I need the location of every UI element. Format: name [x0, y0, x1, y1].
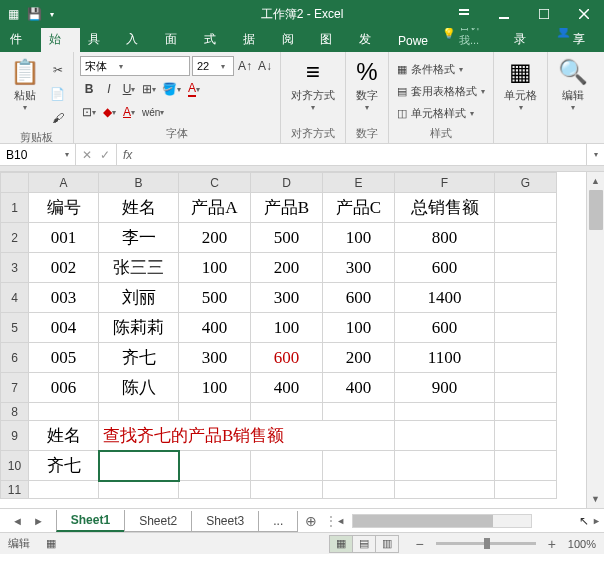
cell[interactable]: 1400 [395, 283, 495, 313]
cell[interactable]: 李一 [99, 223, 179, 253]
tab-powerquery[interactable]: Powe [390, 30, 436, 52]
cell[interactable]: 002 [29, 253, 99, 283]
cell[interactable]: 100 [179, 373, 251, 403]
cell[interactable]: 100 [251, 313, 323, 343]
cell[interactable]: 总销售额 [395, 193, 495, 223]
cell[interactable]: 600 [395, 313, 495, 343]
fx-icon[interactable]: fx [117, 144, 138, 165]
cell[interactable]: 产品C [323, 193, 395, 223]
row-header[interactable]: 2 [1, 223, 29, 253]
cell[interactable] [495, 313, 557, 343]
cell[interactable]: 齐七 [99, 343, 179, 373]
underline-icon[interactable]: U▾ [120, 79, 138, 99]
cell[interactable] [179, 451, 251, 481]
col-header[interactable]: A [29, 173, 99, 193]
cell[interactable]: 齐七 [29, 451, 99, 481]
cell[interactable]: 500 [251, 223, 323, 253]
cell[interactable]: 400 [323, 373, 395, 403]
tab-prev-icon[interactable]: ◄ [12, 515, 23, 527]
editing-button[interactable]: 🔍 编辑 ▾ [554, 56, 592, 114]
cell[interactable] [495, 253, 557, 283]
enter-icon[interactable]: ✓ [100, 148, 110, 162]
col-header[interactable]: C [179, 173, 251, 193]
cell[interactable] [251, 451, 323, 481]
col-header[interactable]: G [495, 173, 557, 193]
phonetic-icon[interactable]: wén▾ [140, 102, 166, 122]
decrease-font-icon[interactable]: A↓ [256, 56, 274, 76]
scroll-thumb[interactable] [353, 515, 493, 527]
cell[interactable] [251, 481, 323, 499]
cell[interactable] [323, 403, 395, 421]
cell[interactable]: 400 [179, 313, 251, 343]
scroll-right-icon[interactable]: ► [589, 516, 604, 526]
cell[interactable] [179, 481, 251, 499]
conditional-formatting-button[interactable]: ▦条件格式▾ [395, 60, 487, 78]
cell[interactable]: 600 [251, 343, 323, 373]
row-header[interactable]: 10 [1, 451, 29, 481]
font-color-2-icon[interactable]: A▾ [120, 102, 138, 122]
increase-font-icon[interactable]: A↑ [236, 56, 254, 76]
cell[interactable]: 姓名 [99, 193, 179, 223]
cell[interactable]: 300 [323, 253, 395, 283]
select-all-cell[interactable] [1, 173, 29, 193]
paste-button[interactable]: 📋 粘贴 ▾ [6, 56, 44, 114]
cell[interactable] [99, 403, 179, 421]
cell[interactable] [29, 403, 99, 421]
italic-icon[interactable]: I [100, 79, 118, 99]
number-button[interactable]: % 数字 ▾ [352, 56, 382, 114]
cell[interactable] [395, 421, 495, 451]
save-icon[interactable]: 💾 [27, 7, 42, 21]
cell[interactable]: 900 [395, 373, 495, 403]
cell[interactable]: 编号 [29, 193, 99, 223]
cell[interactable] [495, 403, 557, 421]
cell[interactable]: 张三三 [99, 253, 179, 283]
page-break-view-icon[interactable]: ▥ [375, 535, 399, 553]
cell-styles-button[interactable]: ◫单元格样式▾ [395, 104, 487, 122]
grid-table[interactable]: A B C D E F G 1 编号姓名产品A产品B产品C总销售额 2 001李… [0, 172, 557, 499]
cut-icon[interactable]: ✂ [48, 60, 67, 80]
cancel-icon[interactable]: ✕ [82, 148, 92, 162]
tab-next-icon[interactable]: ► [33, 515, 44, 527]
cell[interactable]: 姓名 [29, 421, 99, 451]
formula-bar[interactable] [138, 144, 586, 165]
cell[interactable]: 500 [179, 283, 251, 313]
cell[interactable]: 200 [323, 343, 395, 373]
vertical-scrollbar[interactable]: ▲ ▼ [586, 172, 604, 508]
scroll-left-icon[interactable]: ◄ [333, 516, 348, 526]
row-header[interactable]: 5 [1, 313, 29, 343]
sheet-tab[interactable]: Sheet3 [191, 511, 259, 532]
cell[interactable] [495, 193, 557, 223]
cell[interactable] [495, 421, 557, 451]
col-header[interactable]: D [251, 173, 323, 193]
font-color-icon[interactable]: A▾ [185, 79, 203, 99]
zoom-slider[interactable] [436, 542, 536, 545]
cell[interactable]: 300 [251, 283, 323, 313]
close-icon[interactable] [564, 0, 604, 28]
cell[interactable] [495, 481, 557, 499]
cell[interactable]: 200 [251, 253, 323, 283]
cell[interactable]: 陈莉莉 [99, 313, 179, 343]
fill-color-icon[interactable]: 🪣▾ [160, 79, 183, 99]
formula-expand-icon[interactable]: ▾ [586, 144, 604, 165]
row-header[interactable]: 9 [1, 421, 29, 451]
cell[interactable]: 001 [29, 223, 99, 253]
cell[interactable]: 200 [179, 223, 251, 253]
font-size-select[interactable]: 22▾ [192, 56, 234, 76]
cell[interactable] [99, 481, 179, 499]
cell[interactable] [495, 223, 557, 253]
cell[interactable] [495, 343, 557, 373]
zoom-in-icon[interactable]: + [544, 536, 560, 552]
page-layout-view-icon[interactable]: ▤ [352, 535, 376, 553]
macro-record-icon[interactable]: ▦ [46, 537, 56, 550]
maximize-icon[interactable] [524, 0, 564, 28]
cell[interactable]: 004 [29, 313, 99, 343]
scroll-up-icon[interactable]: ▲ [587, 172, 604, 190]
cell[interactable]: 400 [251, 373, 323, 403]
cell[interactable]: 100 [323, 223, 395, 253]
cell[interactable]: 600 [395, 253, 495, 283]
zoom-level[interactable]: 100% [568, 538, 596, 550]
cell[interactable] [495, 451, 557, 481]
cell[interactable]: 陈八 [99, 373, 179, 403]
cell[interactable] [29, 481, 99, 499]
cell[interactable]: 300 [179, 343, 251, 373]
